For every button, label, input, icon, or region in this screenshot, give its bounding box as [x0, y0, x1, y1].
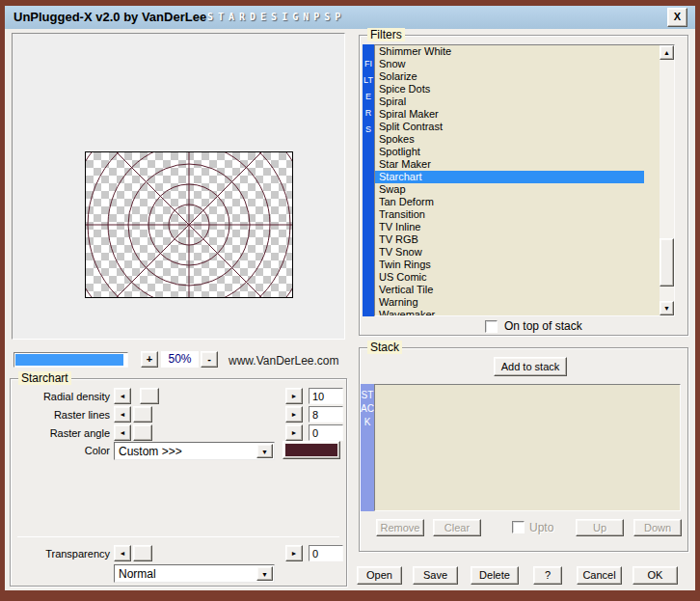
ok-button[interactable]: OK — [633, 566, 678, 585]
color-dropdown[interactable]: Custom >>> ▼ — [114, 442, 275, 460]
scroll-down-button[interactable]: ▼ — [660, 301, 674, 315]
remove-button[interactable]: Remove — [376, 519, 424, 536]
on-top-checkbox[interactable] — [485, 320, 498, 333]
save-button[interactable]: Save — [413, 566, 458, 585]
raster-lines-label: Raster lines — [10, 409, 110, 421]
filter-item[interactable]: Split Contrast — [375, 121, 644, 133]
blend-mode-dropdown[interactable]: Normal ▼ — [114, 564, 275, 583]
right-arrow-icon: ► — [291, 393, 298, 399]
filter-item[interactable]: Swap — [375, 183, 644, 196]
radial-density-value[interactable] — [309, 388, 343, 404]
filter-item[interactable]: Starchart — [375, 171, 644, 183]
raster-angle-value[interactable] — [309, 424, 343, 441]
stack-list[interactable] — [374, 384, 681, 511]
filter-item[interactable]: TV Snow — [375, 246, 644, 259]
filter-item[interactable]: Vertical Tile — [375, 284, 644, 296]
left-arrow-icon: ◄ — [120, 393, 126, 399]
raster-angle-label: Raster angle — [10, 427, 110, 439]
right-arrow-icon: ► — [291, 550, 298, 557]
clear-button[interactable]: Clear — [433, 519, 481, 536]
filter-list-scrollbar[interactable]: ▲ ▼ — [660, 45, 674, 315]
slider-left-arrow-button[interactable]: ◄ — [114, 406, 131, 423]
slider-thumb[interactable] — [140, 388, 159, 404]
left-arrow-icon: ◄ — [120, 550, 126, 557]
on-top-label: On top of stack — [504, 319, 582, 333]
zoom-out-button[interactable]: - — [201, 351, 218, 368]
chevron-down-icon: ▼ — [261, 449, 268, 455]
filter-item[interactable]: Tan Deform — [375, 196, 644, 208]
title-bar[interactable]: UnPlugged-X v2.0 by VanDerLee STARDESIGN… — [5, 6, 695, 29]
down-arrow-icon: ▼ — [663, 305, 670, 312]
filter-item[interactable]: Spotlight — [375, 146, 644, 158]
filter-item[interactable]: Wavemaker — [375, 309, 644, 316]
filter-item[interactable]: Star Maker — [375, 158, 644, 171]
filter-item[interactable]: Solarize — [375, 70, 644, 83]
filter-item[interactable]: Shimmer White — [375, 45, 644, 58]
chevron-down-icon: ▼ — [261, 571, 268, 578]
transparency-value[interactable] — [309, 545, 343, 561]
slider-track[interactable] — [132, 406, 284, 423]
starchart-drawing — [86, 152, 292, 297]
slider-track[interactable] — [132, 424, 284, 441]
cancel-button[interactable]: Cancel — [577, 566, 622, 585]
transparency-slider[interactable]: ◄ ► — [114, 545, 303, 561]
right-arrow-icon: ► — [291, 429, 298, 436]
slider-track[interactable] — [132, 388, 284, 404]
slider-track[interactable] — [132, 545, 284, 561]
filter-item[interactable]: Spice Dots — [375, 83, 644, 96]
left-arrow-icon: ◄ — [120, 411, 126, 418]
filter-item[interactable]: Transition — [375, 208, 644, 221]
plus-icon: + — [147, 353, 152, 365]
delete-button[interactable]: Delete — [471, 566, 519, 585]
slider-thumb[interactable] — [133, 424, 152, 441]
filter-item[interactable]: Spokes — [375, 133, 644, 146]
color-label: Color — [10, 445, 110, 456]
add-to-stack-button[interactable]: Add to stack — [494, 357, 567, 376]
plugin-window: UnPlugged-X v2.0 by VanDerLee STARDESIGN… — [0, 0, 700, 601]
filter-item[interactable]: TV RGB — [375, 233, 644, 246]
color-swatch[interactable] — [283, 441, 340, 459]
down-button[interactable]: Down — [633, 519, 682, 536]
stack-group-label: Stack — [367, 341, 402, 354]
progress-bar — [13, 352, 128, 368]
scroll-up-button[interactable]: ▲ — [660, 45, 674, 60]
preview-image[interactable] — [85, 151, 293, 298]
slider-left-arrow-button[interactable]: ◄ — [114, 424, 131, 441]
slider-right-arrow-button[interactable]: ► — [285, 406, 303, 423]
filter-item[interactable]: TV Inline — [375, 221, 644, 233]
filter-item[interactable]: Spiral — [375, 96, 644, 108]
raster-angle-slider[interactable]: ◄ ► — [114, 424, 303, 441]
filter-item[interactable]: Snow — [375, 58, 644, 70]
slider-thumb[interactable] — [133, 406, 152, 423]
slider-right-arrow-button[interactable]: ► — [285, 545, 303, 561]
raster-lines-value[interactable] — [309, 406, 343, 423]
raster-lines-slider[interactable]: ◄ ► — [114, 406, 303, 423]
filter-item[interactable]: US Comic — [375, 271, 644, 284]
upto-checkbox[interactable] — [512, 521, 525, 533]
slider-thumb[interactable] — [133, 545, 152, 561]
filter-list[interactable]: Shimmer WhiteSnowSolarizeSpice DotsSpira… — [374, 44, 675, 316]
filter-item[interactable]: Spiral Maker — [375, 108, 644, 121]
help-button[interactable]: ? — [533, 566, 562, 585]
filter-item[interactable]: Warning — [375, 296, 644, 309]
color-swatch-fill — [285, 444, 337, 456]
up-arrow-icon: ▲ — [663, 49, 670, 56]
dropdown-arrow-button[interactable]: ▼ — [256, 566, 273, 581]
slider-left-arrow-button[interactable]: ◄ — [114, 388, 131, 404]
filter-item[interactable]: Twin Rings — [375, 259, 644, 271]
open-button[interactable]: Open — [357, 566, 402, 585]
slider-right-arrow-button[interactable]: ► — [285, 424, 303, 441]
dropdown-arrow-button[interactable]: ▼ — [256, 444, 273, 458]
zoom-in-button[interactable]: + — [141, 351, 158, 368]
scrollbar-thumb[interactable] — [660, 238, 674, 287]
transparency-label: Transparency — [10, 548, 110, 560]
blend-mode-value: Normal — [119, 567, 156, 581]
preview-panel — [12, 33, 345, 340]
slider-right-arrow-button[interactable]: ► — [285, 388, 303, 404]
filters-strip: FILTERS — [363, 44, 374, 316]
color-dropdown-value: Custom >>> — [119, 445, 182, 458]
close-button[interactable]: X — [667, 8, 687, 27]
slider-left-arrow-button[interactable]: ◄ — [114, 545, 131, 561]
radial-density-slider[interactable]: ◄ ► — [114, 388, 303, 404]
up-button[interactable]: Up — [576, 519, 624, 536]
